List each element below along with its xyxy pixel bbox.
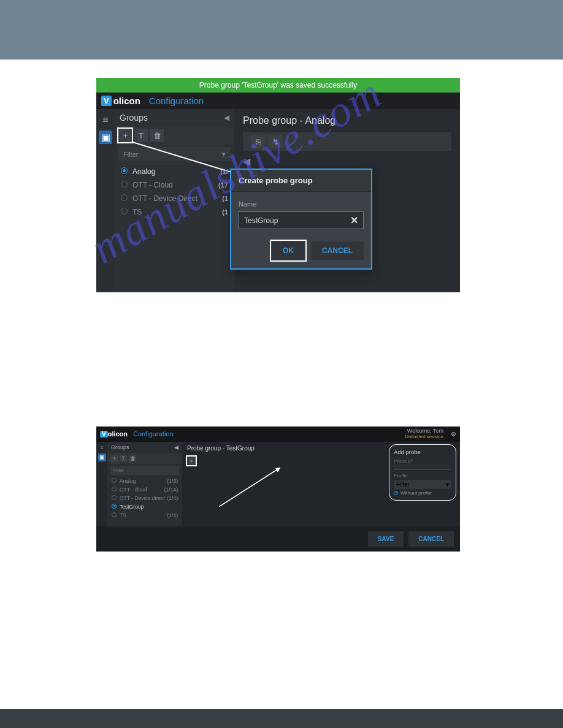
groups-panel: Groups ◀ ＋ T 🗑 Filter Analog(1/8) OTT - … xyxy=(107,442,182,526)
bottom-button-row: SAVE CANCEL xyxy=(96,526,460,552)
session-label: Unlimited session xyxy=(405,434,443,440)
without-profile-option[interactable]: Without profile xyxy=(394,490,451,496)
svg-marker-2 xyxy=(275,468,280,472)
filter-row[interactable]: Filter ▾ xyxy=(118,147,231,161)
right-toolbar: ⎘ ↯ xyxy=(243,132,451,151)
app-title-bar: V olicon Configuration xyxy=(96,93,460,109)
name-label: Name xyxy=(239,200,364,208)
right-title: Probe group - Analog xyxy=(234,109,460,132)
add-probe-panel: Add probe Probe IP Profile Filter ▾ With… xyxy=(389,444,456,501)
svg-line-1 xyxy=(219,468,280,507)
radio-icon xyxy=(121,167,128,174)
callout-line xyxy=(219,465,284,507)
panel-title: Add probe xyxy=(394,449,451,455)
logo-text: olicon xyxy=(113,96,140,106)
left-rail: ≡ ▣ xyxy=(96,442,107,526)
logo-badge: V xyxy=(100,431,108,438)
groups-toolbar: ＋ T 🗑 xyxy=(107,453,182,464)
radio-icon xyxy=(121,181,128,188)
screenshot-add-probe: V olicon Configuration Welcome, Tom Unli… xyxy=(96,427,460,552)
delete-group-button[interactable]: 🗑 xyxy=(129,455,136,462)
gear-icon[interactable]: ⚙ xyxy=(451,431,456,438)
menu-icon[interactable]: ≡ xyxy=(98,444,106,452)
screenshot-create-probe-group: Probe group 'TestGroup' was saved succes… xyxy=(96,78,460,292)
edit-group-button[interactable]: T xyxy=(120,455,127,462)
left-rail: ≡ ▣ xyxy=(96,109,115,292)
add-group-button[interactable]: ＋ xyxy=(118,129,132,142)
filter-label: Filter xyxy=(123,151,138,158)
group-item[interactable]: Analog(1/8) xyxy=(107,477,182,485)
group-item[interactable]: TestGroup xyxy=(107,502,182,511)
group-item[interactable]: OTT - Device Direct (1 xyxy=(115,192,234,205)
logo-text: olicon xyxy=(108,430,128,438)
groups-toolbar: ＋ T 🗑 xyxy=(115,126,234,145)
clear-icon[interactable]: ✕ xyxy=(345,212,363,229)
filter-icon[interactable]: ▾ xyxy=(446,481,449,488)
success-banner: Probe group 'TestGroup' was saved succes… xyxy=(96,78,460,93)
name-input[interactable] xyxy=(239,212,345,229)
storage-icon[interactable]: ▣ xyxy=(99,131,112,144)
group-item[interactable]: TS(1/4) xyxy=(107,511,182,520)
name-field: ✕ xyxy=(239,211,364,229)
collapse-icon[interactable]: ◀ xyxy=(174,444,178,450)
filter-icon[interactable]: ▾ xyxy=(222,150,226,158)
groups-title: Groups xyxy=(120,113,148,123)
menu-icon[interactable]: ≡ xyxy=(99,113,112,127)
add-probe-button[interactable]: ＋ xyxy=(187,457,196,465)
probe-ip-input[interactable] xyxy=(394,464,451,470)
delete-group-button[interactable]: 🗑 xyxy=(150,129,164,142)
back-icon[interactable]: ◀ xyxy=(243,156,251,164)
page-footer-band xyxy=(0,709,563,728)
refresh-icon[interactable]: ↯ xyxy=(269,135,282,148)
groups-panel: Groups ◀ ＋ T 🗑 Filter ▾ Analog (1/ OT xyxy=(115,109,234,292)
configuration-label[interactable]: Configuration xyxy=(149,96,204,106)
profile-filter-label: Filter xyxy=(396,481,410,488)
edit-group-button[interactable]: T xyxy=(134,129,148,142)
radio-icon xyxy=(121,208,128,214)
ok-button[interactable]: OK xyxy=(272,241,305,260)
radio-icon xyxy=(121,194,128,201)
cancel-button[interactable]: CANCEL xyxy=(408,531,454,547)
page-header-band xyxy=(0,0,563,59)
clone-icon[interactable]: ⎘ xyxy=(251,135,265,148)
profile-label: Profile xyxy=(394,473,451,479)
group-item[interactable]: TS (1 xyxy=(115,205,234,219)
add-group-button[interactable]: ＋ xyxy=(110,455,118,462)
app-title-bar: V olicon Configuration Welcome, Tom Unli… xyxy=(96,427,460,442)
group-item[interactable]: OTT - Device direct(1/4) xyxy=(107,494,182,502)
group-item[interactable]: Analog (1/ xyxy=(115,165,234,178)
right-panel: Probe group - TestGroup ＋ Add probe Prob… xyxy=(182,442,460,526)
create-probe-group-dialog: Create probe group Name ✕ OK CANCEL xyxy=(230,169,372,270)
groups-title: Groups xyxy=(111,444,129,450)
probe-ip-label: Probe IP xyxy=(394,458,451,464)
group-item[interactable]: OTT - Cloud (17 xyxy=(115,178,234,192)
radio-icon xyxy=(394,491,398,495)
cancel-button[interactable]: CANCEL xyxy=(311,241,364,260)
filter-row[interactable]: Filter xyxy=(110,466,179,475)
configuration-label[interactable]: Configuration xyxy=(133,430,173,438)
storage-icon[interactable]: ▣ xyxy=(98,453,106,461)
save-button[interactable]: SAVE xyxy=(368,531,404,547)
dialog-title: Create probe group xyxy=(231,170,371,192)
group-item[interactable]: OTT - cloud(1/14) xyxy=(107,485,182,494)
logo-badge: V xyxy=(101,96,112,106)
collapse-icon[interactable]: ◀ xyxy=(224,113,229,122)
